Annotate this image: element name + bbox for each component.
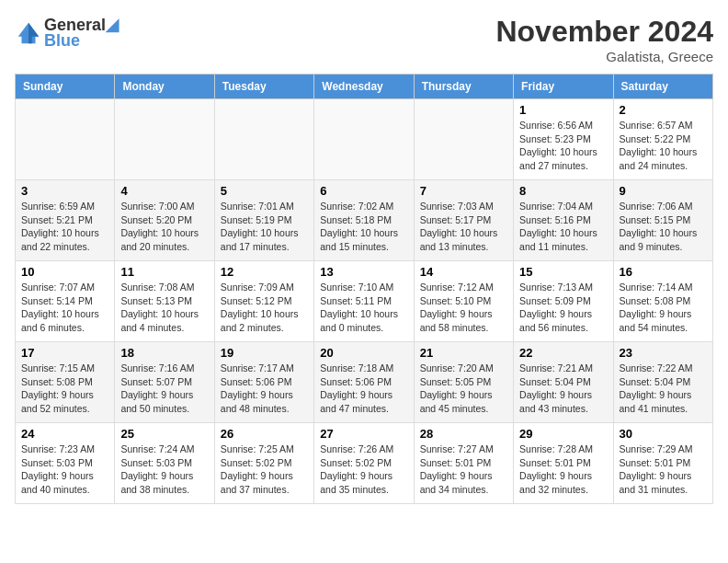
- day-info: Sunrise: 6:59 AMSunset: 5:21 PMDaylight:…: [21, 200, 108, 254]
- calendar-cell: [314, 99, 414, 180]
- day-info: Sunrise: 7:09 AMSunset: 5:12 PMDaylight:…: [221, 281, 308, 335]
- day-number: 30: [620, 427, 707, 441]
- calendar-cell: 13Sunrise: 7:10 AMSunset: 5:11 PMDayligh…: [314, 261, 414, 342]
- calendar-cell: 23Sunrise: 7:22 AMSunset: 5:04 PMDayligh…: [613, 342, 712, 423]
- day-number: 28: [420, 427, 507, 441]
- calendar-cell: 27Sunrise: 7:26 AMSunset: 5:02 PMDayligh…: [314, 423, 414, 504]
- day-number: 22: [519, 346, 607, 360]
- day-info: Sunrise: 7:18 AMSunset: 5:06 PMDaylight:…: [320, 362, 407, 416]
- calendar-week-row: 3Sunrise: 6:59 AMSunset: 5:21 PMDaylight…: [16, 180, 713, 261]
- calendar-cell: 20Sunrise: 7:18 AMSunset: 5:06 PMDayligh…: [314, 342, 414, 423]
- calendar-cell: 6Sunrise: 7:02 AMSunset: 5:18 PMDaylight…: [314, 180, 414, 261]
- day-info: Sunrise: 7:20 AMSunset: 5:05 PMDaylight:…: [420, 362, 507, 416]
- day-number: 17: [21, 346, 108, 360]
- day-number: 4: [120, 184, 208, 198]
- day-number: 20: [320, 346, 407, 360]
- calendar-week-row: 17Sunrise: 7:15 AMSunset: 5:08 PMDayligh…: [16, 342, 713, 423]
- calendar-cell: 24Sunrise: 7:23 AMSunset: 5:03 PMDayligh…: [16, 423, 115, 504]
- calendar-cell: 19Sunrise: 7:17 AMSunset: 5:06 PMDayligh…: [214, 342, 313, 423]
- day-number: 7: [420, 184, 507, 198]
- day-info: Sunrise: 7:12 AMSunset: 5:10 PMDaylight:…: [420, 281, 507, 335]
- day-number: 8: [519, 184, 607, 198]
- weekday-header: Wednesday: [314, 75, 414, 99]
- calendar-cell: 26Sunrise: 7:25 AMSunset: 5:02 PMDayligh…: [214, 423, 313, 504]
- month-title: November 2024: [495, 15, 713, 49]
- day-info: Sunrise: 7:14 AMSunset: 5:08 PMDaylight:…: [620, 281, 707, 335]
- day-number: 5: [221, 184, 308, 198]
- calendar-cell: [414, 99, 513, 180]
- weekday-header: Saturday: [613, 75, 712, 99]
- day-number: 27: [320, 427, 407, 441]
- calendar-cell: 22Sunrise: 7:21 AMSunset: 5:04 PMDayligh…: [514, 342, 613, 423]
- day-info: Sunrise: 7:07 AMSunset: 5:14 PMDaylight:…: [21, 281, 108, 335]
- logo-text: General◢ Blue: [44, 15, 119, 51]
- day-number: 10: [21, 265, 108, 279]
- weekday-header: Friday: [514, 75, 613, 99]
- day-number: 12: [221, 265, 308, 279]
- day-info: Sunrise: 7:24 AMSunset: 5:03 PMDaylight:…: [120, 442, 208, 497]
- day-number: 23: [620, 346, 707, 360]
- weekday-header: Tuesday: [214, 75, 313, 99]
- day-info: Sunrise: 7:25 AMSunset: 5:02 PMDaylight:…: [221, 442, 308, 497]
- calendar-cell: [214, 99, 313, 180]
- calendar-cell: 9Sunrise: 7:06 AMSunset: 5:15 PMDaylight…: [613, 180, 712, 261]
- day-info: Sunrise: 7:21 AMSunset: 5:04 PMDaylight:…: [519, 362, 607, 416]
- day-number: 25: [120, 427, 208, 441]
- calendar-header-row: SundayMondayTuesdayWednesdayThursdayFrid…: [16, 75, 713, 99]
- day-info: Sunrise: 7:02 AMSunset: 5:18 PMDaylight:…: [320, 200, 407, 254]
- calendar-cell: 16Sunrise: 7:14 AMSunset: 5:08 PMDayligh…: [613, 261, 712, 342]
- calendar-cell: 21Sunrise: 7:20 AMSunset: 5:05 PMDayligh…: [414, 342, 513, 423]
- calendar-cell: [115, 99, 214, 180]
- weekday-header: Monday: [115, 75, 214, 99]
- day-info: Sunrise: 7:29 AMSunset: 5:01 PMDaylight:…: [620, 442, 707, 497]
- calendar-cell: 10Sunrise: 7:07 AMSunset: 5:14 PMDayligh…: [16, 261, 115, 342]
- day-number: 18: [120, 346, 208, 360]
- calendar-cell: 1Sunrise: 6:56 AMSunset: 5:23 PMDaylight…: [514, 99, 613, 180]
- day-number: 13: [320, 265, 407, 279]
- calendar-week-row: 24Sunrise: 7:23 AMSunset: 5:03 PMDayligh…: [16, 423, 713, 504]
- weekday-header: Sunday: [16, 75, 115, 99]
- calendar-cell: 14Sunrise: 7:12 AMSunset: 5:10 PMDayligh…: [414, 261, 513, 342]
- calendar-cell: 12Sunrise: 7:09 AMSunset: 5:12 PMDayligh…: [214, 261, 313, 342]
- day-number: 24: [21, 427, 108, 441]
- calendar-cell: 28Sunrise: 7:27 AMSunset: 5:01 PMDayligh…: [414, 423, 513, 504]
- weekday-header: Thursday: [414, 75, 513, 99]
- day-info: Sunrise: 7:06 AMSunset: 5:15 PMDaylight:…: [620, 200, 707, 254]
- day-number: 11: [120, 265, 208, 279]
- calendar-week-row: 10Sunrise: 7:07 AMSunset: 5:14 PMDayligh…: [16, 261, 713, 342]
- day-number: 14: [420, 265, 507, 279]
- calendar-cell: 29Sunrise: 7:28 AMSunset: 5:01 PMDayligh…: [514, 423, 613, 504]
- day-info: Sunrise: 7:13 AMSunset: 5:09 PMDaylight:…: [519, 281, 607, 335]
- day-info: Sunrise: 7:27 AMSunset: 5:01 PMDaylight:…: [420, 442, 507, 497]
- calendar-cell: 30Sunrise: 7:29 AMSunset: 5:01 PMDayligh…: [613, 423, 712, 504]
- calendar-cell: 8Sunrise: 7:04 AMSunset: 5:16 PMDaylight…: [514, 180, 613, 261]
- day-info: Sunrise: 7:23 AMSunset: 5:03 PMDaylight:…: [21, 442, 108, 497]
- day-number: 6: [320, 184, 407, 198]
- day-info: Sunrise: 7:28 AMSunset: 5:01 PMDaylight:…: [519, 442, 607, 497]
- logo-icon: [15, 19, 42, 47]
- day-info: Sunrise: 7:00 AMSunset: 5:20 PMDaylight:…: [120, 200, 208, 254]
- location: Galatista, Greece: [495, 49, 713, 64]
- calendar-cell: 3Sunrise: 6:59 AMSunset: 5:21 PMDaylight…: [16, 180, 115, 261]
- day-number: 1: [519, 103, 607, 117]
- calendar-cell: [16, 99, 115, 180]
- calendar-table: SundayMondayTuesdayWednesdayThursdayFrid…: [15, 74, 713, 504]
- day-info: Sunrise: 7:01 AMSunset: 5:19 PMDaylight:…: [221, 200, 308, 254]
- day-number: 16: [620, 265, 707, 279]
- day-info: Sunrise: 7:08 AMSunset: 5:13 PMDaylight:…: [120, 281, 208, 335]
- calendar-cell: 25Sunrise: 7:24 AMSunset: 5:03 PMDayligh…: [115, 423, 214, 504]
- day-number: 29: [519, 427, 607, 441]
- calendar-cell: 2Sunrise: 6:57 AMSunset: 5:22 PMDaylight…: [613, 99, 712, 180]
- day-info: Sunrise: 7:03 AMSunset: 5:17 PMDaylight:…: [420, 200, 507, 254]
- calendar-cell: 11Sunrise: 7:08 AMSunset: 5:13 PMDayligh…: [115, 261, 214, 342]
- calendar-cell: 4Sunrise: 7:00 AMSunset: 5:20 PMDaylight…: [115, 180, 214, 261]
- day-number: 26: [221, 427, 308, 441]
- day-info: Sunrise: 6:57 AMSunset: 5:22 PMDaylight:…: [620, 119, 707, 173]
- calendar-week-row: 1Sunrise: 6:56 AMSunset: 5:23 PMDaylight…: [16, 99, 713, 180]
- day-number: 21: [420, 346, 507, 360]
- day-info: Sunrise: 7:22 AMSunset: 5:04 PMDaylight:…: [620, 362, 707, 416]
- day-number: 9: [620, 184, 707, 198]
- day-number: 3: [21, 184, 108, 198]
- day-number: 2: [620, 103, 707, 117]
- calendar-cell: 7Sunrise: 7:03 AMSunset: 5:17 PMDaylight…: [414, 180, 513, 261]
